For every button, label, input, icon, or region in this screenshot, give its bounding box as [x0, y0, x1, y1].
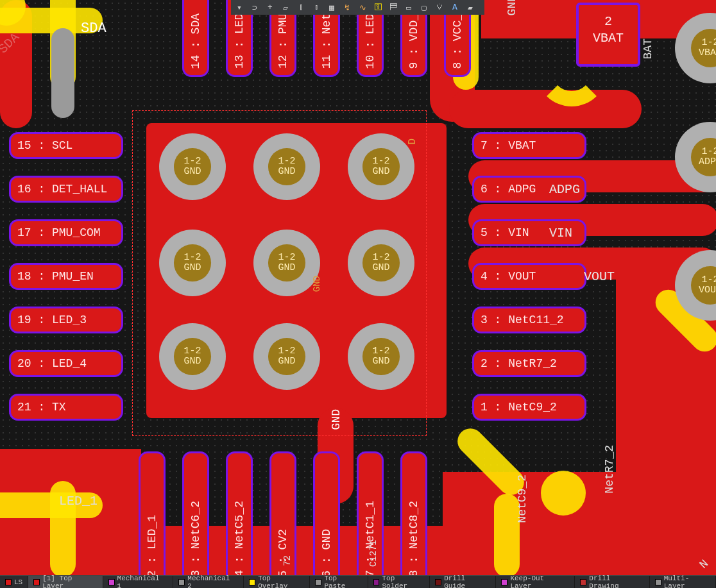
pad-label: 22 : LED_1: [146, 515, 158, 575]
layer-tab-label: Keep-Out Layer: [510, 575, 569, 589]
netr7-vert-label: NetR7_2: [603, 445, 616, 494]
via-hole-label: 1-2VOUT: [691, 266, 716, 305]
pad-label: 9 : VDD_: [407, 13, 420, 69]
text-icon[interactable]: A: [449, 2, 461, 13]
layer-tab-label: Top Paste: [324, 575, 362, 589]
layer-tab-drill-drawing[interactable]: Drill Drawing: [575, 576, 649, 588]
layer-tab-mechanical-1[interactable]: Mechanical 1: [103, 576, 174, 588]
layer-swatch: [108, 579, 115, 585]
netc9-vert-label: NetC9_2: [516, 475, 529, 523]
pad-label: 3 : NetC11_2: [481, 314, 564, 326]
layer-tab-mechanical-2[interactable]: Mechanical 2: [173, 576, 244, 588]
layer-tab-top-solder[interactable]: Top Solder: [368, 576, 430, 588]
key-icon[interactable]: ⚿: [372, 2, 384, 13]
pad-label: 24 : NetC5_2: [233, 501, 246, 575]
pad-label: 1 : NetC9_2: [481, 401, 557, 414]
layer-tab-label: Mechanical 1: [117, 575, 168, 589]
via-gnd: 1-2GND: [253, 230, 320, 296]
layer-swatch: [5, 579, 12, 585]
layer-tab-ls[interactable]: LS: [0, 576, 28, 588]
layer-tab-keep-out-layer[interactable]: Keep-Out Layer: [496, 576, 575, 588]
pad-label: 23 : NetC6_2: [189, 501, 202, 575]
magnet-icon[interactable]: ⊃: [249, 2, 260, 13]
layer-swatch: [655, 579, 661, 585]
layer-tab-label: Drill Guide: [444, 575, 490, 589]
grid-icon[interactable]: ▦: [326, 2, 337, 13]
pad-3: 3 : NetC11_2: [472, 307, 586, 333]
multilayer-bus: [51, 28, 74, 118]
pad-label: 10 : LED: [364, 13, 377, 69]
via-gnd: 1-2GND: [348, 230, 414, 296]
sda-label: SDA: [81, 21, 107, 37]
erase-box-icon[interactable]: ▢: [418, 2, 430, 13]
layer-tab-label: Top Overlay: [258, 575, 304, 589]
layer-tab-top-paste[interactable]: Top Paste: [310, 576, 368, 588]
pad-label: 15 : SCL: [17, 139, 72, 152]
via-hole-label: 1-2GND: [362, 244, 399, 281]
gnd-stub-label: GND: [330, 409, 343, 430]
pad-1: 1 : NetC9_2: [472, 394, 586, 421]
align-icon[interactable]: ⫿: [295, 2, 307, 13]
via-hole-label: 1-2GND: [362, 338, 399, 374]
via-hole-label: 1-2GND: [174, 148, 210, 185]
panel-icon[interactable]: ▭: [403, 2, 414, 13]
color-icon[interactable]: ▰: [465, 2, 476, 13]
net-icon[interactable]: ⩒: [434, 2, 445, 13]
pad-23: 23 : NetC6_2: [182, 451, 209, 575]
layer-swatch: [33, 579, 40, 585]
pad-19: 19 : LED_3: [9, 307, 123, 333]
chart-icon[interactable]: ⫾: [311, 2, 322, 13]
pad-22: 22 : LED_1: [139, 451, 166, 575]
via-hole-label: 1-2GND: [174, 338, 210, 374]
layer-tabs: LS[1] Top LayerMechanical 1Mechanical 2T…: [0, 575, 716, 588]
cursor-icon[interactable]: ▾: [234, 2, 245, 13]
via-hole-label: 1-2GND: [268, 338, 305, 374]
layer-swatch: [178, 579, 185, 585]
pad-label: 11 : NetR: [320, 6, 333, 69]
gnd-center-right-label: GND: [312, 276, 322, 292]
select-box-icon[interactable]: ▱: [280, 2, 291, 13]
pad-16: 16 : DET_HALL: [9, 176, 123, 203]
layer-tab-label: Top Solder: [382, 575, 424, 589]
pad-2: 2 : NetR7_2: [472, 350, 586, 377]
pad-label: 19 : LED_3: [17, 314, 87, 326]
overlay-arc: [536, 36, 607, 106]
netlabel-VOUT: VOUT: [584, 269, 615, 284]
wave-icon[interactable]: ∿: [357, 2, 368, 13]
pad-28: 28 : NetC8_2: [400, 451, 427, 575]
pad-label: 18 : PMU_EN: [17, 270, 94, 283]
layer-swatch: [373, 579, 380, 585]
pad-label: 25 : CV2: [277, 529, 289, 575]
pcb-canvas[interactable]: 2 VBAT BAT SDA SDA TX LED_1 GND 15 : SCL…: [0, 0, 716, 575]
crosshair-icon[interactable]: +: [264, 2, 276, 13]
pad-17: 17 : PMU_COM: [9, 219, 123, 246]
layer-swatch: [501, 579, 507, 585]
pad-label: 21 : TX: [17, 401, 66, 414]
layer-tab-label: Mechanical 2: [187, 575, 238, 589]
via-gnd: 1-2GND: [159, 133, 226, 200]
layer-tab-multi-layer[interactable]: Multi-Layer: [650, 576, 716, 588]
route-icon[interactable]: ↯: [341, 2, 353, 13]
via-gnd: 1-2GND: [348, 133, 414, 200]
layer-tab-drill-guide[interactable]: Drill Guide: [430, 576, 496, 588]
pcb-toolbar: ▾⊃+▱⫿⫾▦↯∿⚿⛿▭▢⩒A▰: [231, 0, 484, 15]
via-hole-label: 1-2GND: [174, 244, 210, 281]
vbat-pad-num: 2: [579, 14, 638, 29]
pad-label: 6 : ADPG: [481, 183, 536, 196]
layer-tab-top-overlay[interactable]: Top Overlay: [244, 576, 310, 588]
bat-side-label: BAT: [642, 38, 654, 59]
pad-label: 7 : VBAT: [481, 139, 536, 152]
72-label: 72: [282, 555, 293, 566]
pad-label: 26 : GND: [320, 529, 333, 575]
layer-swatch: [315, 579, 321, 585]
gnd-label-tr: GND: [506, 0, 518, 15]
pad-label: 28 : NetC8_2: [407, 501, 420, 575]
via-hole-label: 1-2VBAT: [691, 29, 716, 68]
layer-swatch: [580, 579, 586, 585]
pin-icon[interactable]: ⛿: [388, 2, 399, 13]
via-gnd: 1-2GND: [253, 133, 320, 200]
layer-tab-label: Drill Drawing: [589, 575, 644, 589]
pad-label: 17 : PMU_COM: [17, 226, 101, 239]
layer-tab--1-top-layer[interactable]: [1] Top Layer: [28, 576, 103, 588]
pad-4: 4 : VOUT: [472, 263, 586, 290]
